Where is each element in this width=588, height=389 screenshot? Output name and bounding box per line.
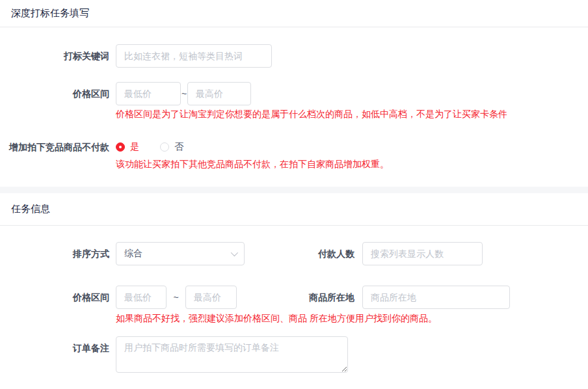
sort-select-value: 综合 (124, 248, 142, 260)
location-input[interactable] (362, 286, 510, 309)
price-max-input-2[interactable] (185, 286, 237, 309)
radio-yes-label: 是 (130, 141, 139, 153)
radio-selected-icon (116, 142, 125, 152)
radio-option-no[interactable]: 否 (160, 141, 183, 153)
section-title-deep-marking: 深度打标任务填写 (0, 0, 588, 27)
chevron-down-icon (231, 249, 238, 256)
price-range-2-hint: 如果商品不好找，强烈建议添加价格区间、商品 所在地方便用户找到你的商品。 (116, 312, 588, 325)
order-note-textarea[interactable] (116, 336, 348, 373)
row-price-range-1: 价格区间 ~ (0, 82, 588, 105)
price-range-1-hint: 价格区间是为了让淘宝判定你想要的是属于什么档次的商品，如低中高档，不是为了让买家… (116, 108, 588, 120)
price-range-1-label: 价格区间 (0, 82, 109, 105)
competitor-no-pay-label: 增加拍下竞品商品不付款 (0, 141, 109, 154)
order-note-label: 订单备注 (0, 336, 109, 360)
price-min-input-1[interactable] (116, 82, 181, 105)
row-sort-and-payers: 排序方式 综合 付款人数 (0, 242, 588, 265)
sort-label: 排序方式 (0, 242, 109, 265)
sort-select[interactable]: 综合 (116, 242, 245, 265)
location-label: 商品所在地 (237, 286, 354, 309)
price-separator-1: ~ (181, 88, 187, 99)
price-separator-2: ~ (167, 292, 185, 302)
payers-label: 付款人数 (245, 242, 354, 265)
task-info-title: 任务信息 (11, 203, 50, 215)
row-competitor-no-pay: 增加拍下竞品商品不付款 是 否 (0, 141, 588, 154)
marking-keyword-input[interactable] (116, 44, 272, 68)
row-price-range-2: 价格区间 ~ 商品所在地 (0, 286, 588, 309)
payers-input[interactable] (362, 242, 483, 265)
radio-option-yes[interactable]: 是 (116, 141, 139, 153)
price-range-2-label: 价格区间 (0, 286, 109, 309)
competitor-no-pay-radio-group: 是 否 (116, 141, 183, 153)
section-title-task-info: 任务信息 (0, 193, 588, 226)
section-divider-band (0, 187, 588, 193)
section-task-info: 任务信息 排序方式 综合 付款人数 价格区间 ~ 商品所在地 如果商品不好找，强… (0, 193, 588, 373)
row-marking-keyword: 打标关键词 (0, 44, 588, 68)
row-order-note: 订单备注 (0, 336, 588, 373)
section-deep-marking: 深度打标任务填写 打标关键词 价格区间 ~ 价格区间是为了让淘宝判定你想要的是属… (0, 0, 588, 187)
price-min-input-2[interactable] (116, 286, 167, 309)
radio-no-label: 否 (174, 141, 183, 153)
competitor-no-pay-hint: 该功能让买家拍下其他竞品商品不付款，在拍下自家商品增加权重。 (116, 158, 588, 170)
radio-unselected-icon (160, 142, 169, 152)
page-title: 深度打标任务填写 (11, 7, 89, 20)
marking-keyword-label: 打标关键词 (0, 44, 109, 68)
price-max-input-1[interactable] (187, 82, 251, 105)
